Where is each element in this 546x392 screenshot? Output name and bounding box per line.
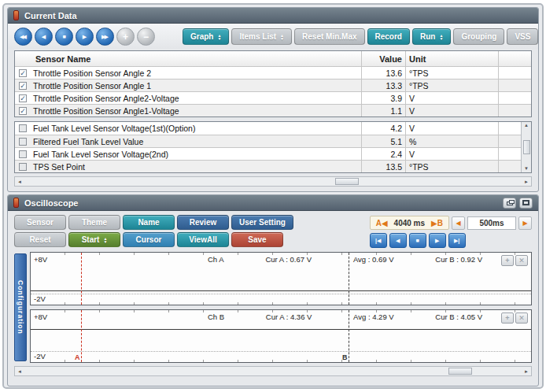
save-button[interactable]: Save: [231, 232, 283, 247]
sensor-value: 3.9: [361, 92, 405, 104]
table-row[interactable]: ✓ Throttle Position Sensor Angle2-Voltag…: [15, 91, 531, 104]
channel-add-button[interactable]: +: [501, 255, 514, 266]
start-button[interactable]: Start ▲▼: [68, 232, 120, 247]
play-button[interactable]: ▶: [76, 28, 94, 46]
plus-icon: +: [505, 257, 509, 264]
horizontal-scroll-thumb[interactable]: [335, 178, 359, 185]
table-horizontal-scrollbar[interactable]: ◄ ►: [14, 176, 532, 187]
sensor-value: 1.1: [361, 105, 405, 116]
items-list-button[interactable]: Items List ▲▼: [231, 28, 292, 45]
stop-button[interactable]: ■: [409, 233, 426, 248]
table-row[interactable]: Fuel Tank Level Sensor Voltage(1st)(Opti…: [15, 122, 531, 135]
scroll-down-button[interactable]: ▼: [524, 166, 529, 172]
skip-start-button[interactable]: |◀: [370, 233, 387, 248]
table-row[interactable]: Filtered Fuel Tank Level Value 5.1 %: [15, 135, 531, 147]
table-row[interactable]: TPS Set Point 13.5 °TPS: [15, 160, 531, 172]
row-checkbox[interactable]: ✓: [15, 80, 31, 91]
current-data-titlebar: Current Data: [8, 8, 538, 24]
stop-icon: ■: [416, 238, 419, 243]
channel-close-button[interactable]: ✕: [515, 312, 528, 324]
sensor-name: Throttle Position Sensor Angle1-Voltage: [31, 105, 361, 116]
row-checkbox[interactable]: ✓: [15, 92, 31, 104]
sensor-button[interactable]: Sensor: [14, 215, 66, 230]
stop-button[interactable]: ■: [55, 28, 73, 46]
step-back-button[interactable]: ◀: [389, 233, 407, 248]
sensor-value: 5.1: [361, 135, 405, 147]
sensor-name: Throttle Position Sensor Angle 1: [31, 80, 361, 91]
sensor-name: Filtered Fuel Tank Level Value: [31, 135, 361, 147]
vss-label: VSS: [515, 32, 530, 41]
cursor-range-box: A◀ 4040 ms ▶B: [370, 216, 449, 230]
scroll-up-button[interactable]: ▲: [524, 123, 529, 128]
step-back-button[interactable]: ◀: [35, 28, 53, 46]
name-button[interactable]: Name: [123, 215, 175, 230]
run-button[interactable]: Run ▲▼: [412, 28, 451, 45]
table-row[interactable]: Fuel Tank Level Sensor Voltage(2nd) 2.4 …: [15, 147, 531, 160]
row-checkbox[interactable]: [15, 148, 31, 160]
scroll-left-button[interactable]: ◄: [17, 369, 22, 374]
user-setting-button[interactable]: User Setting: [231, 215, 293, 230]
sensor-value: 13.6: [361, 67, 405, 79]
maximize-icon: [522, 200, 529, 205]
view-all-button[interactable]: ViewAll: [177, 232, 229, 247]
configuration-tab[interactable]: Configuration: [14, 253, 27, 361]
scope-horizontal-scrollbar[interactable]: ◄ ►: [14, 366, 532, 376]
maximize-window-button[interactable]: [519, 198, 533, 209]
horizontal-scroll-thumb[interactable]: [448, 368, 472, 375]
theme-button[interactable]: Theme: [68, 215, 120, 230]
grouping-label: Grouping: [461, 32, 496, 41]
play-button[interactable]: ▶: [429, 233, 446, 248]
add-button[interactable]: +: [116, 28, 135, 46]
row-checkbox[interactable]: ✓: [15, 67, 31, 79]
step-back-icon: ◀: [396, 238, 400, 244]
skip-end-button[interactable]: ▶|: [448, 233, 466, 248]
table-row[interactable]: ✓ Throttle Position Sensor Angle1-Voltag…: [15, 104, 531, 116]
channel-close-button[interactable]: ✕: [515, 255, 528, 266]
row-checkbox[interactable]: [15, 135, 31, 147]
table-row[interactable]: ✓ Throttle Position Sensor Angle 2 13.6 …: [15, 66, 531, 79]
channel-max-label: +8V: [34, 312, 47, 321]
row-checkbox[interactable]: ✓: [15, 105, 31, 116]
table-vertical-scrollbar[interactable]: ▲ ▼: [521, 122, 531, 172]
reset-minmax-button[interactable]: Reset Min.Max: [294, 28, 364, 45]
remove-button[interactable]: −: [137, 28, 155, 46]
fast-rewind-button[interactable]: ◀◀: [14, 28, 32, 46]
sensor-value: 4.2: [361, 122, 405, 135]
sensor-name: TPS Set Point: [31, 161, 361, 172]
review-button[interactable]: Review: [177, 215, 229, 230]
scroll-right-button[interactable]: ►: [524, 179, 529, 184]
timebase-decrease-button[interactable]: ◀: [452, 216, 465, 230]
vertical-scroll-thumb[interactable]: [523, 140, 530, 154]
row-checkbox[interactable]: [15, 161, 31, 172]
scroll-right-button[interactable]: ►: [524, 369, 529, 374]
record-button[interactable]: Record: [367, 28, 410, 45]
table-row[interactable]: ✓ Throttle Position Sensor Angle 1 13.3 …: [15, 79, 531, 91]
theme-label: Theme: [82, 218, 107, 227]
vss-button[interactable]: VSS: [507, 28, 538, 45]
checkbox-icon: [19, 124, 27, 132]
grouping-button[interactable]: Grouping: [453, 28, 504, 45]
sensor-unit: °TPS: [405, 80, 498, 91]
timebase-increase-button[interactable]: ▶: [518, 216, 532, 230]
checkbox-icon: [19, 138, 27, 146]
sensor-name: Fuel Tank Level Sensor Voltage(2nd): [31, 148, 361, 160]
channel-add-button[interactable]: +: [501, 312, 514, 324]
cursor-b-range-label: ▶B: [431, 219, 443, 227]
cursor-a-line[interactable]: [81, 310, 82, 362]
sensor-value: 13.3: [361, 80, 405, 91]
scroll-left-button[interactable]: ◄: [17, 179, 22, 184]
spinner-icon: ▲▼: [103, 237, 107, 243]
graph-button[interactable]: Graph ▲▼: [183, 28, 229, 45]
reset-button[interactable]: Reset: [14, 232, 66, 247]
cursor-button[interactable]: Cursor: [123, 232, 175, 247]
restore-window-button[interactable]: [503, 198, 516, 209]
channel-mini-buttons: + ✕: [501, 312, 528, 324]
reset-minmax-label: Reset Min.Max: [302, 32, 356, 41]
header-unit: Unit: [405, 51, 498, 66]
sensor-table: Sensor Name Value Unit ✓ Throttle Positi…: [14, 50, 532, 173]
row-checkbox[interactable]: [15, 122, 31, 135]
cursor-a-line[interactable]: [81, 253, 82, 305]
plus-icon: +: [123, 32, 128, 42]
fast-forward-button[interactable]: ▶▶: [96, 28, 114, 46]
items-list-label: Items List: [239, 32, 276, 41]
